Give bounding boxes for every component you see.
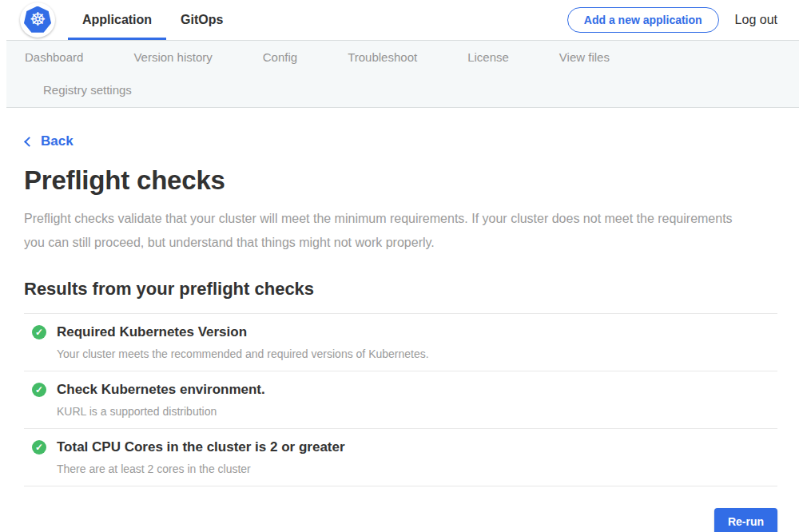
back-link[interactable]: Back: [24, 133, 74, 149]
check-circle-icon: ✓: [32, 383, 46, 397]
check-message: Your cluster meets the recommended and r…: [57, 347, 429, 360]
page-description: Preflight checks validate that your clus…: [24, 207, 753, 255]
check-row-cpu-cores: ✓ Total CPU Cores in the cluster is 2 or…: [24, 429, 777, 486]
kubernetes-heptagon: ☸: [24, 6, 52, 34]
subnav-item-config[interactable]: Config: [263, 41, 297, 73]
logout-link[interactable]: Log out: [735, 13, 777, 27]
add-new-application-button[interactable]: Add a new application: [567, 7, 719, 33]
subnav-item-registry-settings[interactable]: Registry settings: [43, 73, 132, 106]
navbar-right: Add a new application Log out: [567, 7, 799, 33]
results-heading: Results from your preflight checks: [24, 279, 777, 300]
check-title: Required Kubernetes Version: [57, 324, 429, 340]
check-text: Required Kubernetes Version Your cluster…: [57, 324, 429, 360]
chevron-left-icon: [24, 137, 34, 147]
check-circle-icon: ✓: [32, 440, 46, 455]
actions-row: Re-run: [24, 508, 777, 532]
tab-gitops[interactable]: GitOps: [166, 0, 237, 40]
subnav-item-troubleshoot[interactable]: Troubleshoot: [348, 41, 417, 73]
kubernetes-logo: ☸: [20, 2, 55, 38]
check-text: Check Kubernetes environment. KURL is a …: [57, 381, 265, 418]
preflight-checks-page: Back Preflight checks Preflight checks v…: [0, 108, 799, 532]
app-subnav: Dashboard Version history Config Trouble…: [6, 40, 799, 108]
helm-wheel-icon: ☸: [30, 10, 46, 29]
page-title: Preflight checks: [24, 165, 777, 196]
subnav-item-license[interactable]: License: [467, 41, 509, 73]
check-circle-icon: ✓: [32, 325, 46, 339]
check-row-kubernetes-environment: ✓ Check Kubernetes environment. KURL is …: [24, 371, 777, 429]
check-title: Total CPU Cores in the cluster is 2 or g…: [57, 439, 345, 455]
back-link-label: Back: [41, 133, 74, 149]
check-title: Check Kubernetes environment.: [57, 381, 265, 398]
check-message: KURL is a supported distribution: [57, 405, 265, 418]
rerun-button[interactable]: Re-run: [714, 508, 777, 532]
subnav-item-dashboard[interactable]: Dashboard: [25, 41, 83, 73]
check-row-kubernetes-version: ✓ Required Kubernetes Version Your clust…: [24, 314, 777, 371]
top-navbar: ☸ Application GitOps Add a new applicati…: [0, 0, 799, 40]
preflight-results-list: ✓ Required Kubernetes Version Your clust…: [24, 313, 777, 486]
primary-tabs: Application GitOps: [68, 0, 237, 40]
subnav-item-view-files[interactable]: View files: [559, 41, 610, 73]
tab-application[interactable]: Application: [68, 0, 166, 40]
check-message: There are at least 2 cores in the cluste…: [57, 463, 345, 475]
check-text: Total CPU Cores in the cluster is 2 or g…: [57, 439, 345, 475]
subnav-item-version-history[interactable]: Version history: [133, 41, 212, 73]
